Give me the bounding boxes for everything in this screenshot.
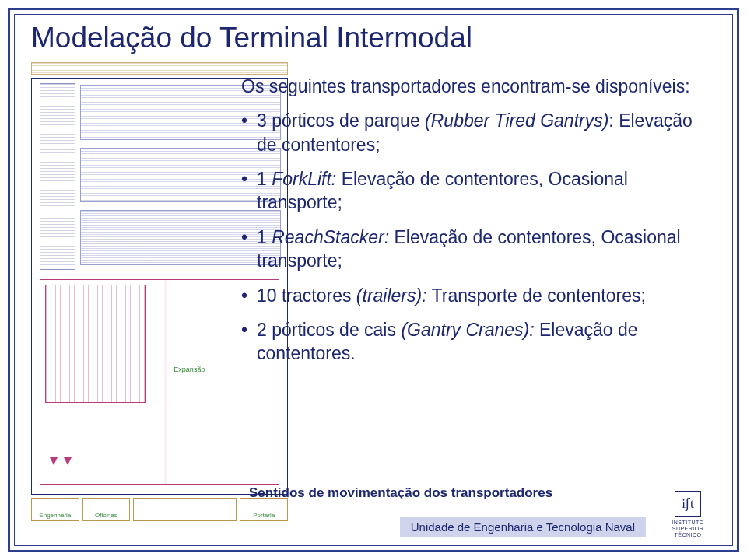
- logo-line: INSTITUTO: [657, 520, 719, 526]
- schematic-yard-label: Expansão: [174, 366, 205, 373]
- footer-bar: Unidade de Engenharia e Tecnologia Naval: [400, 517, 646, 537]
- list-item-prefix: 1: [257, 227, 272, 247]
- arrow-down-icon: [64, 457, 72, 465]
- bullet-list: 3 pórticos de parque (Rubber Tired Gantr…: [241, 109, 708, 365]
- list-item: 2 pórticos de cais (Gantry Cranes): Elev…: [241, 318, 708, 366]
- page-title: Modelação do Terminal Intermodal: [31, 22, 472, 54]
- list-item: 3 pórticos de parque (Rubber Tired Gantr…: [241, 109, 708, 156]
- list-item-italic: (trailers):: [356, 285, 427, 306]
- logo-line: SUPERIOR: [657, 526, 719, 532]
- content-block: Os seguintes transportadores encontram-s…: [241, 75, 708, 376]
- list-item: 1 ReachStacker: Elevação de contentores,…: [241, 226, 708, 273]
- logo-line: TÉCNICO: [657, 532, 719, 538]
- list-item: 10 tractores (trailers): Transporte de c…: [241, 284, 708, 307]
- intro-text: Os seguintes transportadores encontram-s…: [241, 75, 708, 98]
- arrow-down-icon: [50, 457, 58, 465]
- list-item-italic: ReachStacker:: [272, 227, 389, 247]
- schematic-yard-block: [45, 285, 146, 403]
- logo-mark: iʃt: [675, 491, 701, 517]
- list-item-prefix: 1: [257, 169, 272, 189]
- schematic-storage-grid: [40, 83, 75, 270]
- schematic-bottom-box: Engenharia: [31, 498, 79, 521]
- list-item: 1 ForkLift: Elevação de contentores, Oca…: [241, 167, 708, 215]
- schematic-bottom-row: Engenharia Oficinas Portaria: [31, 498, 288, 521]
- list-item-italic: (Gantry Cranes):: [401, 320, 534, 340]
- schematic-bottom-box: Portaria: [240, 498, 288, 521]
- institution-logo: iʃt INSTITUTO SUPERIOR TÉCNICO: [657, 491, 719, 538]
- schematic-rail-top: [31, 62, 288, 75]
- list-item-italic: ForkLift:: [272, 169, 336, 189]
- list-item-tail: Transporte de contentores;: [427, 285, 646, 306]
- list-item-prefix: 2 pórticos de cais: [257, 320, 401, 340]
- list-item-prefix: 3 pórticos de parque: [257, 110, 425, 131]
- schematic-bottom-box: Oficinas: [82, 498, 131, 521]
- list-item-prefix: 10 tractores: [257, 285, 356, 306]
- schematic-bottom-box: [133, 498, 237, 521]
- list-item-italic: (Rubber Tired Gantrys): [425, 110, 608, 131]
- figure-caption: Sentidos de movimentação dos transportad…: [249, 485, 552, 501]
